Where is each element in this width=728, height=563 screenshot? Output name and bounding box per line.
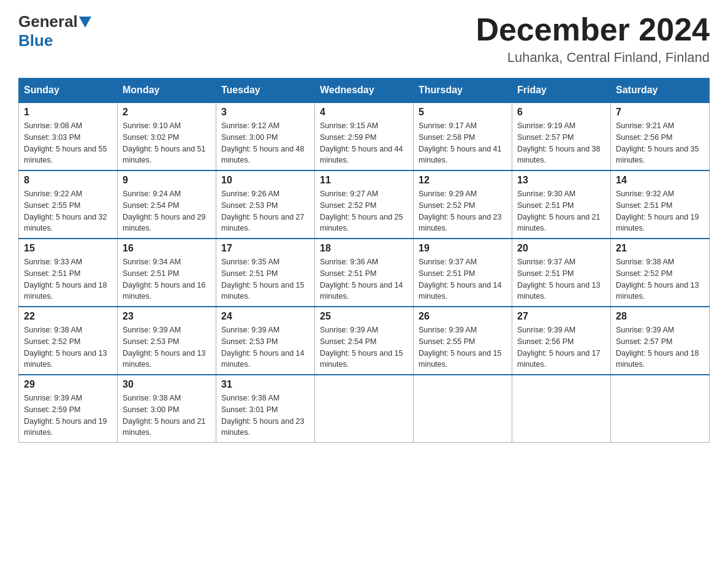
day-info: Sunrise: 9:39 AM Sunset: 2:59 PM Dayligh…	[24, 393, 112, 439]
day-number: 22	[24, 311, 112, 322]
day-number: 25	[320, 311, 408, 322]
table-row: 20 Sunrise: 9:37 AM Sunset: 2:51 PM Dayl…	[512, 239, 611, 307]
table-row: 1 Sunrise: 9:08 AM Sunset: 3:03 PM Dayli…	[19, 102, 118, 170]
day-info: Sunrise: 9:10 AM Sunset: 3:02 PM Dayligh…	[123, 120, 211, 166]
day-number: 3	[221, 107, 309, 118]
calendar-header-row: Sunday Monday Tuesday Wednesday Thursday…	[19, 79, 710, 103]
table-row: 9 Sunrise: 9:24 AM Sunset: 2:54 PM Dayli…	[118, 170, 216, 239]
day-info: Sunrise: 9:38 AM Sunset: 3:00 PM Dayligh…	[123, 393, 211, 439]
page-header: General Blue December 2024 Luhanka, Cent…	[18, 12, 710, 66]
logo: General Blue	[18, 12, 93, 50]
month-title: December 2024	[476, 12, 710, 47]
day-info: Sunrise: 9:27 AM Sunset: 2:52 PM Dayligh…	[320, 188, 408, 234]
day-number: 8	[24, 175, 112, 186]
table-row: 30 Sunrise: 9:38 AM Sunset: 3:00 PM Dayl…	[118, 375, 216, 443]
day-number: 21	[616, 243, 704, 254]
day-info: Sunrise: 9:39 AM Sunset: 2:54 PM Dayligh…	[320, 324, 408, 370]
table-row	[315, 375, 414, 443]
day-info: Sunrise: 9:38 AM Sunset: 2:52 PM Dayligh…	[616, 256, 704, 302]
table-row: 22 Sunrise: 9:38 AM Sunset: 2:52 PM Dayl…	[19, 307, 118, 375]
table-row: 4 Sunrise: 9:15 AM Sunset: 2:59 PM Dayli…	[315, 102, 414, 170]
col-monday: Monday	[118, 79, 216, 103]
table-row: 2 Sunrise: 9:10 AM Sunset: 3:02 PM Dayli…	[118, 102, 216, 170]
location-text: Luhanka, Central Finland, Finland	[476, 50, 710, 66]
day-info: Sunrise: 9:32 AM Sunset: 2:51 PM Dayligh…	[616, 188, 704, 234]
table-row: 8 Sunrise: 9:22 AM Sunset: 2:55 PM Dayli…	[19, 170, 118, 239]
day-info: Sunrise: 9:39 AM Sunset: 2:53 PM Dayligh…	[221, 324, 309, 370]
table-row: 24 Sunrise: 9:39 AM Sunset: 2:53 PM Dayl…	[216, 307, 315, 375]
day-number: 11	[320, 175, 408, 186]
day-number: 18	[320, 243, 408, 254]
day-number: 17	[221, 243, 309, 254]
day-info: Sunrise: 9:34 AM Sunset: 2:51 PM Dayligh…	[123, 256, 211, 302]
calendar-week-row: 15 Sunrise: 9:33 AM Sunset: 2:51 PM Dayl…	[19, 239, 710, 307]
calendar-week-row: 29 Sunrise: 9:39 AM Sunset: 2:59 PM Dayl…	[19, 375, 710, 443]
logo-arrow-icon	[79, 17, 91, 28]
day-info: Sunrise: 9:36 AM Sunset: 2:51 PM Dayligh…	[320, 256, 408, 302]
table-row: 7 Sunrise: 9:21 AM Sunset: 2:56 PM Dayli…	[611, 102, 710, 170]
table-row: 29 Sunrise: 9:39 AM Sunset: 2:59 PM Dayl…	[19, 375, 118, 443]
col-tuesday: Tuesday	[216, 79, 315, 103]
day-number: 5	[419, 107, 507, 118]
day-number: 2	[123, 107, 211, 118]
day-number: 23	[123, 311, 211, 322]
logo-blue-text: Blue	[18, 31, 53, 50]
day-number: 1	[24, 107, 112, 118]
table-row	[512, 375, 611, 443]
day-number: 10	[221, 175, 309, 186]
col-saturday: Saturday	[611, 79, 710, 103]
table-row: 23 Sunrise: 9:39 AM Sunset: 2:53 PM Dayl…	[118, 307, 216, 375]
table-row: 14 Sunrise: 9:32 AM Sunset: 2:51 PM Dayl…	[611, 170, 710, 239]
day-info: Sunrise: 9:26 AM Sunset: 2:53 PM Dayligh…	[221, 188, 309, 234]
day-info: Sunrise: 9:37 AM Sunset: 2:51 PM Dayligh…	[517, 256, 605, 302]
table-row: 3 Sunrise: 9:12 AM Sunset: 3:00 PM Dayli…	[216, 102, 315, 170]
calendar-week-row: 1 Sunrise: 9:08 AM Sunset: 3:03 PM Dayli…	[19, 102, 710, 170]
day-info: Sunrise: 9:35 AM Sunset: 2:51 PM Dayligh…	[221, 256, 309, 302]
table-row: 21 Sunrise: 9:38 AM Sunset: 2:52 PM Dayl…	[611, 239, 710, 307]
logo-general-text: General	[18, 12, 78, 31]
day-info: Sunrise: 9:24 AM Sunset: 2:54 PM Dayligh…	[123, 188, 211, 234]
table-row: 31 Sunrise: 9:38 AM Sunset: 3:01 PM Dayl…	[216, 375, 315, 443]
day-info: Sunrise: 9:29 AM Sunset: 2:52 PM Dayligh…	[419, 188, 507, 234]
day-info: Sunrise: 9:12 AM Sunset: 3:00 PM Dayligh…	[221, 120, 309, 166]
day-number: 7	[616, 107, 704, 118]
calendar-week-row: 8 Sunrise: 9:22 AM Sunset: 2:55 PM Dayli…	[19, 170, 710, 239]
day-number: 14	[616, 175, 704, 186]
day-info: Sunrise: 9:39 AM Sunset: 2:57 PM Dayligh…	[616, 324, 704, 370]
table-row: 13 Sunrise: 9:30 AM Sunset: 2:51 PM Dayl…	[512, 170, 611, 239]
day-number: 4	[320, 107, 408, 118]
calendar-week-row: 22 Sunrise: 9:38 AM Sunset: 2:52 PM Dayl…	[19, 307, 710, 375]
col-sunday: Sunday	[19, 79, 118, 103]
day-number: 13	[517, 175, 605, 186]
calendar-table: Sunday Monday Tuesday Wednesday Thursday…	[18, 78, 710, 443]
day-info: Sunrise: 9:17 AM Sunset: 2:58 PM Dayligh…	[419, 120, 507, 166]
table-row: 19 Sunrise: 9:37 AM Sunset: 2:51 PM Dayl…	[414, 239, 512, 307]
table-row: 6 Sunrise: 9:19 AM Sunset: 2:57 PM Dayli…	[512, 102, 611, 170]
col-thursday: Thursday	[414, 79, 512, 103]
col-wednesday: Wednesday	[315, 79, 414, 103]
table-row: 12 Sunrise: 9:29 AM Sunset: 2:52 PM Dayl…	[414, 170, 512, 239]
day-number: 12	[419, 175, 507, 186]
day-number: 24	[221, 311, 309, 322]
day-info: Sunrise: 9:33 AM Sunset: 2:51 PM Dayligh…	[24, 256, 112, 302]
day-number: 16	[123, 243, 211, 254]
day-info: Sunrise: 9:19 AM Sunset: 2:57 PM Dayligh…	[517, 120, 605, 166]
table-row	[611, 375, 710, 443]
table-row: 17 Sunrise: 9:35 AM Sunset: 2:51 PM Dayl…	[216, 239, 315, 307]
day-number: 9	[123, 175, 211, 186]
day-number: 30	[123, 379, 211, 390]
day-info: Sunrise: 9:22 AM Sunset: 2:55 PM Dayligh…	[24, 188, 112, 234]
table-row: 27 Sunrise: 9:39 AM Sunset: 2:56 PM Dayl…	[512, 307, 611, 375]
day-info: Sunrise: 9:08 AM Sunset: 3:03 PM Dayligh…	[24, 120, 112, 166]
table-row: 28 Sunrise: 9:39 AM Sunset: 2:57 PM Dayl…	[611, 307, 710, 375]
day-info: Sunrise: 9:39 AM Sunset: 2:53 PM Dayligh…	[123, 324, 211, 370]
day-number: 19	[419, 243, 507, 254]
table-row: 25 Sunrise: 9:39 AM Sunset: 2:54 PM Dayl…	[315, 307, 414, 375]
day-info: Sunrise: 9:39 AM Sunset: 2:55 PM Dayligh…	[419, 324, 507, 370]
table-row: 18 Sunrise: 9:36 AM Sunset: 2:51 PM Dayl…	[315, 239, 414, 307]
day-info: Sunrise: 9:38 AM Sunset: 2:52 PM Dayligh…	[24, 324, 112, 370]
day-number: 28	[616, 311, 704, 322]
day-number: 27	[517, 311, 605, 322]
day-info: Sunrise: 9:15 AM Sunset: 2:59 PM Dayligh…	[320, 120, 408, 166]
day-number: 20	[517, 243, 605, 254]
